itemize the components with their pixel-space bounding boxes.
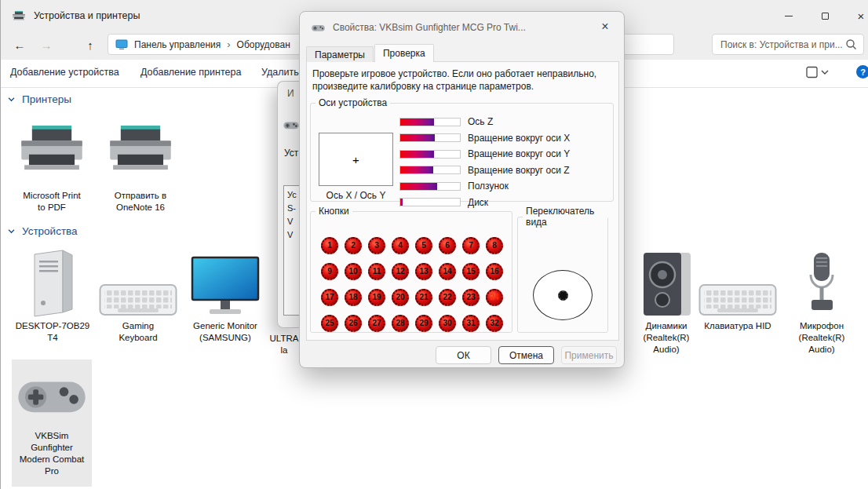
device-item-gaming-keyboard[interactable]: Gaming Keyboard [97, 245, 180, 344]
axis-bar-label: Вращение вокруг оси X [468, 133, 570, 144]
button-indicator-28: 28 [392, 315, 409, 332]
breadcrumb-separator: › [227, 38, 230, 50]
axis-bars: Ось ZВращение вокруг оси XВращение вокру… [399, 116, 570, 213]
buttons-group-legend: Кнопки [315, 206, 352, 217]
add-printer-button[interactable]: Добавление принтера [140, 67, 241, 78]
axis-bar-label: Ползунок [468, 181, 509, 192]
printer-label: Microsoft Print to PDF [23, 190, 81, 213]
axes-group-legend: Оси устройства [315, 97, 390, 108]
search-icon[interactable] [845, 38, 857, 50]
apply-button[interactable]: Применить [561, 346, 617, 364]
printer-item-onenote[interactable]: Отправить в OneNote 16 [99, 115, 182, 213]
axis-bar [399, 166, 461, 174]
button-indicator-12: 12 [392, 263, 409, 280]
minimize-button[interactable] [771, 0, 807, 31]
bg-dialog-label: Уст [284, 148, 298, 159]
button-indicator-7: 7 [462, 237, 480, 254]
window-controls: × [771, 0, 868, 31]
view-options-icon[interactable] [806, 66, 830, 78]
device-item-hid-keyboard[interactable]: Клавиатура HID [695, 245, 781, 332]
device-label: Gaming Keyboard [119, 320, 157, 344]
search-input[interactable]: Поиск в: Устройства и при... [712, 34, 864, 55]
search-value: Поиск в: Устройства и при... [720, 39, 845, 50]
dialog-close-button[interactable]: × [593, 16, 618, 38]
ok-button[interactable]: ОК [436, 346, 491, 364]
axis-bar [399, 182, 461, 191]
device-item-microphone[interactable]: Микрофон (Realtek(R) Audio) [781, 245, 863, 356]
breadcrumb-hardware[interactable]: Оборудован [237, 39, 290, 50]
device-label: Динамики (Realtek(R) Audio) [644, 320, 690, 356]
button-indicator-19: 19 [368, 289, 385, 306]
tab-parameters[interactable]: Параметры [306, 46, 374, 62]
axis-bar [399, 133, 461, 142]
button-indicator-4: 4 [392, 237, 409, 254]
buttons-group: Кнопки 123456789101112131415161718192021… [310, 206, 512, 333]
button-indicator-24: 24 [486, 289, 503, 306]
device-label: Микрофон (Realtek(R) Audio) [799, 320, 845, 356]
button-indicator-9: 9 [321, 263, 338, 280]
device-item-desktop[interactable]: DESKTOP-7OB29 T4 [9, 245, 97, 344]
monitor-icon [191, 256, 260, 317]
up-button[interactable]: ↑ [79, 34, 101, 56]
tab-test[interactable]: Проверка [374, 44, 434, 62]
back-button[interactable]: ← [9, 34, 31, 56]
button-indicator-17: 17 [321, 289, 338, 306]
button-indicator-10: 10 [345, 263, 362, 280]
device-label: Generic Monitor (SAMSUNG) [193, 320, 257, 344]
printers-section-header[interactable]: Принтеры [7, 93, 71, 105]
maximize-button[interactable] [807, 0, 843, 31]
button-indicator-29: 29 [415, 315, 432, 332]
cancel-button[interactable]: Отмена [498, 346, 554, 364]
pov-indicator [533, 270, 593, 320]
instruction-text: Проверьте игровое устройство. Если оно р… [312, 68, 596, 93]
computer-tower-icon [27, 248, 78, 317]
keyboard-icon [698, 283, 777, 317]
device-label: DESKTOP-7OB29 T4 [16, 320, 89, 344]
devices-section-header[interactable]: Устройства [7, 225, 78, 237]
devices-and-printers-window: Устройства и принтеры × ← → ↑ Панель упр… [0, 0, 868, 489]
printer-item-ms-print-to-pdf[interactable]: Microsoft Print to PDF [10, 115, 93, 213]
button-indicator-21: 21 [415, 289, 432, 306]
axis-bar-label: Вращение вокруг оси Y [468, 148, 570, 159]
tab-strip: Параметры Проверка [306, 44, 435, 62]
help-icon[interactable]: ? [856, 65, 868, 78]
button-indicator-13: 13 [415, 263, 432, 280]
game-controllers-dialog-partial[interactable]: И Уст Ус S- V V [277, 81, 301, 328]
speaker-icon [640, 251, 692, 317]
devices-section-label: Устройства [22, 225, 78, 237]
microphone-icon [804, 251, 840, 317]
control-panel-icon [115, 39, 128, 50]
dialog-title: Свойства: VKBsim Gunfighter MCG Pro Twi.… [333, 22, 526, 33]
xy-axis-indicator: + [319, 133, 393, 186]
breadcrumb-control-panel[interactable]: Панель управления [134, 39, 221, 50]
chevron-down-icon [7, 228, 16, 234]
printers-section-label: Принтеры [22, 93, 71, 105]
pov-group-legend: Переключатель вида [523, 206, 607, 228]
printer-icon [16, 124, 88, 173]
close-button[interactable]: × [843, 0, 868, 31]
forward-button[interactable]: → [35, 34, 57, 56]
xy-crosshair: + [352, 153, 359, 166]
axis-bar [399, 150, 461, 159]
add-device-button[interactable]: Добавление устройства [10, 67, 119, 78]
app-printer-icon [12, 10, 26, 21]
button-indicator-22: 22 [439, 289, 456, 306]
keyboard-icon [99, 283, 177, 317]
button-indicator-5: 5 [415, 237, 432, 254]
window-title: Устройства и принтеры [34, 10, 140, 21]
button-indicator-27: 27 [368, 315, 385, 332]
pov-group: Переключатель вида [517, 206, 608, 333]
button-indicator-30: 30 [439, 315, 456, 332]
printer-icon [104, 124, 177, 173]
device-item-vkb-gunfighter-selected[interactable]: VKBSim Gunfighter Modern Combat Pro [12, 359, 92, 487]
tab-page-test: Проверьте игровое устройство. Если оно р… [306, 61, 619, 341]
button-indicator-6: 6 [439, 237, 456, 254]
chevron-down-icon [7, 97, 16, 102]
axis-bar-label: Вращение вокруг оси Z [468, 165, 570, 176]
bg-dialog-list[interactable]: Ус S- V V [283, 185, 301, 316]
dialog-titlebar[interactable]: Свойства: VKBsim Gunfighter MCG Pro Twi.… [300, 12, 624, 43]
device-label: Клавиатура HID [704, 320, 771, 332]
button-indicator-1: 1 [321, 237, 338, 254]
device-item-generic-monitor[interactable]: Generic Monitor (SAMSUNG) [181, 245, 269, 344]
button-indicator-23: 23 [462, 289, 480, 306]
